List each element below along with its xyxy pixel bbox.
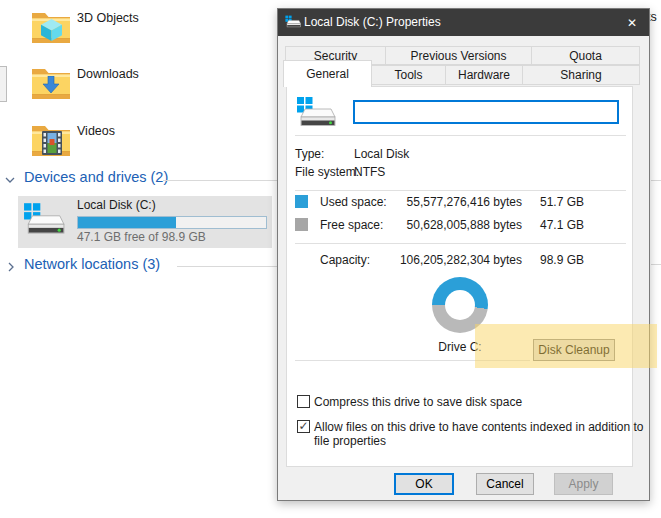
hard-drive-icon bbox=[296, 96, 336, 134]
filesystem-value: NTFS bbox=[354, 165, 385, 179]
tab-label: Quota bbox=[569, 49, 602, 63]
type-value: Local Disk bbox=[354, 147, 409, 161]
drive-free-space-text: 47.1 GB free of 98.9 GB bbox=[77, 230, 206, 244]
folder-videos-icon bbox=[30, 121, 72, 161]
film-strip-icon bbox=[42, 131, 62, 155]
tab-tools[interactable]: Tools bbox=[371, 65, 446, 85]
folder-label: Videos bbox=[77, 124, 115, 138]
separator bbox=[295, 360, 530, 361]
drive-mini-icon bbox=[285, 15, 301, 33]
tab-label: Tools bbox=[394, 68, 422, 82]
tab-label: Previous Versions bbox=[410, 49, 506, 63]
indexing-checkbox[interactable]: ✓ bbox=[297, 420, 310, 433]
apply-label: Apply bbox=[568, 477, 598, 491]
used-space-label: Used space: bbox=[320, 195, 387, 209]
ok-label: OK bbox=[415, 477, 432, 491]
group-header-devices-and-drives[interactable]: Devices and drives (2) bbox=[2, 169, 272, 189]
group-divider bbox=[163, 180, 277, 181]
disk-cleanup-label: Disk Cleanup bbox=[538, 343, 609, 357]
cube-icon bbox=[41, 19, 62, 41]
compress-checkbox[interactable] bbox=[297, 395, 310, 408]
tab-hardware[interactable]: Hardware bbox=[445, 65, 523, 85]
free-space-swatch bbox=[295, 218, 308, 231]
group-divider bbox=[177, 266, 277, 267]
used-space-size: 51.7 GB bbox=[540, 195, 584, 209]
free-space-size: 47.1 GB bbox=[540, 218, 584, 232]
properties-dialog: Local Disk (C:) Properties ✕ Security Pr… bbox=[277, 8, 650, 501]
scrollbar-thumb-fragment[interactable] bbox=[0, 66, 7, 102]
dialog-title: Local Disk (C:) Properties bbox=[304, 9, 441, 36]
folder-item-videos[interactable]: Videos bbox=[30, 119, 270, 167]
volume-label-input[interactable] bbox=[353, 100, 619, 124]
indexing-checkbox-label: Allow files on this drive to have conten… bbox=[314, 420, 644, 448]
screen: 3D Objects Downloads bbox=[0, 0, 661, 518]
group-divider-fragment bbox=[651, 180, 661, 181]
chevron-right-icon[interactable] bbox=[5, 261, 17, 273]
tab-label: Sharing bbox=[560, 68, 601, 82]
tab-sharing[interactable]: Sharing bbox=[522, 65, 640, 85]
tab-label: Hardware bbox=[458, 68, 510, 82]
group-label: Network locations (3) bbox=[24, 256, 160, 272]
cancel-button[interactable]: Cancel bbox=[476, 473, 534, 495]
folder-label: Downloads bbox=[77, 67, 139, 81]
tab-label: General bbox=[306, 67, 349, 81]
close-icon: ✕ bbox=[627, 16, 637, 30]
tab-quota[interactable]: Quota bbox=[531, 46, 640, 65]
separator bbox=[295, 135, 626, 136]
separator bbox=[295, 243, 626, 244]
capacity-bar bbox=[77, 216, 267, 229]
group-label: Devices and drives (2) bbox=[24, 169, 168, 185]
general-tab-page: Type: Local Disk File system: NTFS Used … bbox=[286, 86, 633, 467]
separator bbox=[295, 190, 626, 191]
donut-hole bbox=[445, 290, 475, 320]
folder-item-downloads[interactable]: Downloads bbox=[30, 62, 270, 110]
close-button[interactable]: ✕ bbox=[615, 9, 649, 36]
apply-button[interactable]: Apply bbox=[554, 473, 613, 495]
download-arrow-icon bbox=[42, 76, 60, 94]
capacity-donut bbox=[432, 277, 488, 333]
chevron-down-icon[interactable] bbox=[4, 174, 16, 186]
folder-downloads-icon bbox=[30, 64, 72, 104]
group-divider-fragment bbox=[651, 264, 661, 265]
compress-checkbox-label: Compress this drive to save disk space bbox=[314, 395, 634, 409]
folder-item-3d-objects[interactable]: 3D Objects bbox=[30, 6, 270, 54]
type-label: Type: bbox=[295, 147, 324, 161]
capacity-bytes: 106,205,282,304 bytes bbox=[387, 253, 522, 267]
ok-button[interactable]: OK bbox=[394, 473, 454, 495]
cancel-label: Cancel bbox=[486, 477, 523, 491]
capacity-bar-fill bbox=[78, 217, 176, 228]
disk-cleanup-button[interactable]: Disk Cleanup bbox=[533, 339, 615, 361]
tab-previous-versions[interactable]: Previous Versions bbox=[385, 46, 532, 65]
drive-name: Local Disk (C:) bbox=[77, 198, 156, 212]
used-space-bytes: 55,577,276,416 bytes bbox=[387, 195, 522, 209]
tab-general-active[interactable]: General bbox=[283, 60, 372, 87]
capacity-label: Capacity: bbox=[320, 253, 370, 267]
drive-tile-local-disk-c[interactable]: Local Disk (C:) 47.1 GB free of 98.9 GB bbox=[18, 196, 272, 248]
used-space-swatch bbox=[295, 195, 308, 208]
drive-caption: Drive C: bbox=[417, 340, 503, 354]
free-space-label: Free space: bbox=[320, 218, 383, 232]
free-space-bytes: 50,628,005,888 bytes bbox=[387, 218, 522, 232]
filesystem-label: File system: bbox=[295, 165, 359, 179]
folder-3d-objects-icon bbox=[30, 8, 72, 48]
folder-label: 3D Objects bbox=[77, 11, 139, 25]
dialog-titlebar[interactable]: Local Disk (C:) Properties ✕ bbox=[278, 9, 649, 36]
capacity-size: 98.9 GB bbox=[540, 253, 584, 267]
hard-drive-icon bbox=[23, 202, 65, 242]
